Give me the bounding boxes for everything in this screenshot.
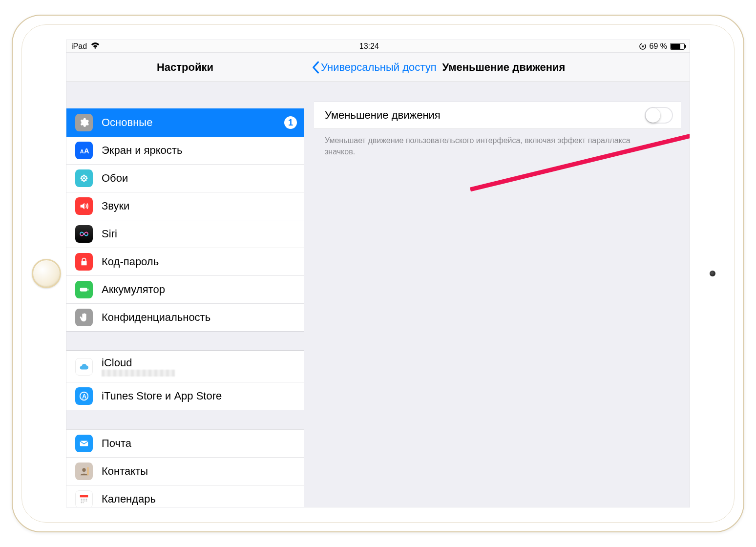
sidebar-item-label: Аккумулятор [102, 283, 297, 296]
sidebar-item-label: Код-пароль [102, 255, 297, 268]
lock-icon [75, 253, 93, 271]
reduce-motion-switch[interactable] [645, 107, 673, 124]
svg-point-22 [84, 499, 85, 500]
sidebar-item-calendar[interactable]: Календарь [66, 485, 304, 507]
sidebar-item-mail[interactable]: Почта [66, 429, 304, 457]
reduce-motion-row[interactable]: Уменьшение движения [314, 102, 681, 129]
front-camera [710, 271, 715, 276]
icloud-account-redacted [102, 368, 175, 376]
sidebar-item-label: Обои [102, 172, 297, 185]
svg-rect-12 [80, 288, 87, 291]
appstore-icon: A [75, 387, 93, 405]
badge: 1 [284, 116, 297, 129]
detail-pane: Универсальный доступ Уменьшение движения… [304, 53, 690, 507]
sidebar-item-label: iCloud [102, 357, 175, 369]
svg-point-5 [83, 180, 85, 182]
detail-header: Универсальный доступ Уменьшение движения [304, 53, 690, 82]
sidebar-title: Настройки [66, 53, 304, 82]
sidebar-item-battery[interactable]: Аккумулятор [66, 275, 304, 303]
svg-text:A: A [80, 148, 84, 154]
sidebar-item-general[interactable]: Основные 1 [66, 108, 304, 136]
status-bar: iPad 13:24 69 % [66, 40, 690, 53]
svg-point-10 [81, 179, 83, 181]
sidebar-item-privacy[interactable]: Конфиденциальность [66, 303, 304, 331]
svg-point-17 [82, 468, 85, 472]
calendar-icon [75, 490, 93, 507]
clock: 13:24 [100, 42, 639, 51]
group-separator [66, 331, 304, 351]
sidebar-item-icloud[interactable]: iCloud [66, 351, 304, 382]
row-label: Уменьшение движения [325, 109, 645, 122]
svg-point-8 [81, 175, 83, 177]
cloud-icon [75, 358, 93, 376]
battery-percent: 69 % [650, 42, 667, 51]
svg-point-6 [80, 177, 82, 179]
svg-point-23 [86, 499, 87, 500]
device-inner-frame: iPad 13:24 69 % Настройки [21, 24, 735, 523]
group-separator [66, 410, 304, 429]
sidebar-item-passcode[interactable]: Код-пароль [66, 248, 304, 275]
sidebar-item-label: Основные [102, 116, 284, 129]
sidebar-item-label: Siri [102, 228, 297, 240]
siri-icon [75, 225, 93, 243]
switch-knob [646, 108, 660, 123]
sidebar-item-label: Конфиденциальность [102, 311, 297, 324]
battery-icon [75, 281, 93, 298]
screen: iPad 13:24 69 % Настройки [66, 40, 690, 507]
text-size-icon: AA [75, 142, 93, 159]
svg-point-25 [83, 501, 84, 502]
sidebar-item-label: Контакты [102, 465, 297, 478]
svg-point-4 [83, 174, 85, 176]
svg-rect-13 [87, 289, 88, 291]
sidebar-item-wallpaper[interactable]: Обои [66, 164, 304, 192]
sidebar-gap [66, 82, 304, 108]
sidebar-item-label: Календарь [102, 493, 297, 505]
svg-point-29 [83, 502, 84, 503]
sidebar-item-label: iTunes Store и App Store [102, 390, 297, 402]
back-button[interactable]: Универсальный доступ [311, 61, 437, 74]
carrier-label: iPad [71, 42, 87, 51]
svg-text:A: A [84, 147, 89, 155]
page-title: Уменьшение движения [442, 61, 566, 74]
svg-text:A: A [82, 393, 86, 400]
svg-rect-19 [80, 495, 88, 498]
rotation-lock-icon [639, 42, 647, 50]
sidebar-item-sounds[interactable]: Звуки [66, 192, 304, 220]
svg-point-27 [86, 501, 87, 502]
device-outer-frame: iPad 13:24 69 % Настройки [12, 15, 744, 532]
svg-point-26 [84, 501, 85, 502]
svg-point-24 [81, 501, 82, 502]
svg-point-7 [85, 177, 87, 179]
back-label: Универсальный доступ [321, 61, 437, 74]
hand-icon [75, 309, 93, 326]
chevron-left-icon [311, 61, 320, 74]
svg-rect-16 [80, 441, 88, 446]
svg-rect-18 [87, 467, 88, 476]
contacts-icon [75, 463, 93, 480]
footer-text: Уменьшает движение пользовательского инт… [314, 129, 656, 157]
svg-point-3 [83, 177, 85, 179]
svg-point-11 [85, 179, 87, 181]
svg-point-21 [83, 499, 84, 500]
sidebar-list[interactable]: Основные 1 AA Экран и яркость [66, 108, 304, 507]
svg-point-9 [85, 175, 87, 177]
status-left: iPad [71, 42, 100, 51]
home-button[interactable] [32, 259, 61, 288]
status-right: 69 % [639, 42, 685, 51]
battery-icon [670, 43, 685, 50]
settings-sidebar: Настройки Основные 1 [66, 53, 304, 507]
flower-icon [75, 169, 93, 187]
sidebar-item-label: Экран и яркость [102, 144, 297, 157]
detail-body: Уменьшение движения Уменьшает движение п… [304, 82, 690, 157]
sidebar-item-display[interactable]: AA Экран и яркость [66, 136, 304, 164]
sidebar-item-contacts[interactable]: Контакты [66, 457, 304, 485]
sidebar-item-siri[interactable]: Siri [66, 220, 304, 248]
sidebar-item-store[interactable]: A iTunes Store и App Store [66, 382, 304, 410]
gear-icon [75, 114, 93, 131]
sidebar-item-label: Почта [102, 437, 297, 450]
svg-point-28 [81, 502, 82, 503]
mail-icon [75, 435, 93, 452]
speaker-icon [75, 197, 93, 215]
svg-point-20 [81, 499, 82, 500]
wifi-icon [91, 42, 100, 51]
